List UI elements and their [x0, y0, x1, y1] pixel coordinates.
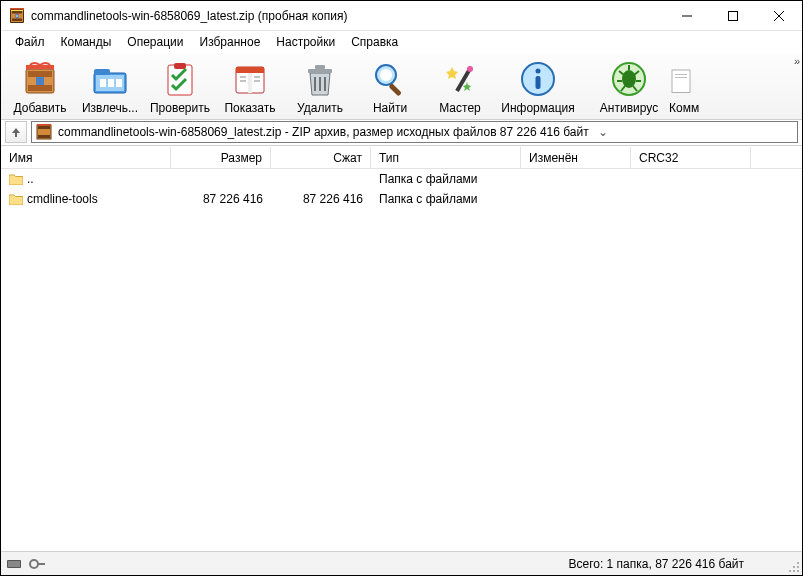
toolbar-extract-label: Извлечь...: [82, 101, 138, 115]
toolbar-test-button[interactable]: Проверить: [145, 57, 215, 117]
disk-icon: [7, 558, 25, 570]
column-packed[interactable]: Сжат: [271, 147, 371, 168]
toolbar-find-button[interactable]: Найти: [355, 57, 425, 117]
svg-rect-3: [12, 18, 22, 21]
antivirus-icon: [609, 59, 649, 99]
svg-rect-13: [28, 71, 52, 77]
column-modified[interactable]: Изменён: [521, 147, 631, 168]
toolbar-test-label: Проверить: [150, 101, 210, 115]
svg-rect-27: [248, 73, 252, 93]
address-dropdown-icon[interactable]: ⌄: [595, 125, 611, 139]
svg-rect-56: [672, 70, 690, 93]
svg-rect-18: [94, 69, 110, 75]
svg-point-72: [797, 570, 799, 572]
svg-marker-41: [446, 67, 458, 79]
toolbar: Добавить Извлечь... Проверить: [1, 53, 802, 120]
column-size[interactable]: Размер: [171, 147, 271, 168]
svg-rect-9: [729, 11, 738, 20]
archive-add-icon: [20, 59, 60, 99]
toolbar-comment-label: Комм: [669, 101, 699, 115]
address-text: commandlinetools-win-6858069_latest.zip …: [58, 125, 589, 139]
toolbar-antivirus-label: Антивирус: [600, 101, 658, 115]
table-row[interactable]: .. Папка с файлами: [1, 169, 802, 189]
up-button[interactable]: [5, 121, 27, 143]
menu-help[interactable]: Справка: [343, 33, 406, 51]
svg-marker-42: [463, 82, 471, 91]
toolbar-comment-button[interactable]: Комм: [667, 57, 707, 117]
svg-point-43: [467, 66, 473, 72]
cell-type: Папка с файлами: [371, 172, 521, 186]
toolbar-info-button[interactable]: Информация: [495, 57, 581, 117]
minimize-button[interactable]: [664, 1, 710, 31]
toolbar-find-label: Найти: [373, 101, 407, 115]
archive-file-icon: [36, 124, 52, 140]
svg-point-45: [536, 69, 541, 74]
menu-commands[interactable]: Команды: [53, 33, 120, 51]
toolbar-info-label: Информация: [501, 101, 574, 115]
status-text: Всего: 1 папка, 87 226 416 байт: [568, 557, 784, 571]
toolbar-add-button[interactable]: Добавить: [5, 57, 75, 117]
svg-rect-32: [308, 69, 332, 73]
toolbar-extract-button[interactable]: Извлечь...: [75, 57, 145, 117]
svg-rect-7: [10, 8, 24, 10]
menu-operations[interactable]: Операции: [119, 33, 191, 51]
svg-rect-15: [36, 77, 44, 85]
svg-point-38: [380, 69, 392, 81]
column-crc[interactable]: CRC32: [631, 147, 751, 168]
svg-point-71: [793, 570, 795, 572]
window-title: commandlinetools-win-6858069_latest.zip …: [31, 9, 664, 23]
svg-rect-14: [28, 85, 52, 91]
cell-type: Папка с файлами: [371, 192, 521, 206]
toolbar-wizard-button[interactable]: Мастер: [425, 57, 495, 117]
table-row[interactable]: cmdline-tools 87 226 416 87 226 416 Папк…: [1, 189, 802, 209]
maximize-button[interactable]: [710, 1, 756, 31]
status-icons: [1, 558, 61, 570]
svg-point-69: [797, 566, 799, 568]
cell-packed: 87 226 416: [271, 192, 371, 206]
cell-name: ..: [1, 172, 171, 186]
svg-rect-61: [38, 135, 50, 138]
file-rows: .. Папка с файлами cmdline-tools 87 226 …: [1, 169, 802, 551]
svg-rect-60: [38, 126, 50, 129]
toolbar-view-button[interactable]: Показать: [215, 57, 285, 117]
svg-rect-46: [536, 76, 541, 89]
extract-icon: [90, 59, 130, 99]
menu-bar: Файл Команды Операции Избранное Настройк…: [1, 31, 802, 53]
svg-rect-6: [16, 15, 17, 16]
svg-rect-39: [388, 83, 401, 96]
status-bar: Всего: 1 папка, 87 226 416 байт: [1, 551, 802, 575]
file-list: Имя Размер Сжат Тип Изменён CRC32 .. Пап…: [1, 146, 802, 551]
file-name: ..: [27, 172, 34, 186]
toolbar-overflow-icon[interactable]: »: [794, 55, 800, 67]
svg-rect-20: [100, 79, 106, 87]
test-icon: [160, 59, 200, 99]
info-icon: [518, 59, 558, 99]
comment-icon: [669, 59, 699, 99]
toolbar-delete-button[interactable]: Удалить: [285, 57, 355, 117]
toolbar-antivirus-button[interactable]: Антивирус: [591, 57, 667, 117]
svg-point-48: [622, 70, 636, 88]
svg-rect-33: [315, 65, 325, 69]
svg-rect-62: [37, 124, 51, 126]
column-headers: Имя Размер Сжат Тип Изменён CRC32: [1, 147, 802, 169]
column-name[interactable]: Имя: [1, 147, 171, 168]
close-button[interactable]: [756, 1, 802, 31]
find-icon: [370, 59, 410, 99]
address-bar[interactable]: commandlinetools-win-6858069_latest.zip …: [31, 121, 798, 143]
file-name: cmdline-tools: [27, 192, 98, 206]
toolbar-delete-label: Удалить: [297, 101, 343, 115]
folder-icon: [9, 173, 23, 185]
column-type[interactable]: Тип: [371, 147, 521, 168]
svg-rect-4: [11, 10, 23, 11]
menu-settings[interactable]: Настройки: [268, 33, 343, 51]
svg-point-67: [797, 562, 799, 564]
resize-grip-icon[interactable]: [784, 557, 802, 575]
menu-file[interactable]: Файл: [7, 33, 53, 51]
svg-rect-2: [12, 11, 22, 14]
view-icon: [230, 59, 270, 99]
toolbar-wizard-label: Мастер: [439, 101, 481, 115]
svg-point-70: [789, 570, 791, 572]
svg-rect-64: [8, 561, 20, 567]
menu-favorites[interactable]: Избранное: [192, 33, 269, 51]
cell-size: 87 226 416: [171, 192, 271, 206]
